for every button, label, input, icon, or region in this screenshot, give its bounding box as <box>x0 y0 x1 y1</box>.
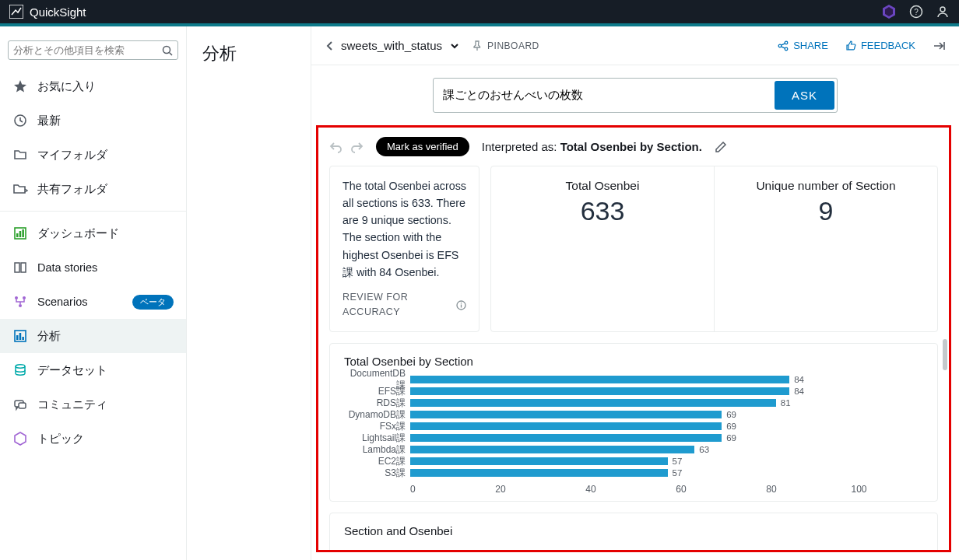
user-icon[interactable] <box>936 5 950 19</box>
topic-icon <box>12 431 28 446</box>
dropdown-icon[interactable] <box>450 43 459 49</box>
folder-icon <box>12 147 28 163</box>
main-panel: sweets_with_status PINBOARD SHARE FEEDBA… <box>311 26 959 560</box>
ask-button[interactable]: ASK <box>775 81 834 110</box>
sidebar-label: データセット <box>37 363 107 378</box>
beta-badge: ベータ <box>132 295 174 310</box>
star-icon <box>12 79 28 94</box>
x-axis: 020406080100 <box>344 484 923 495</box>
table-header: Osenbei Section <box>344 544 923 552</box>
breadcrumb[interactable]: sweets_with_status <box>325 39 459 52</box>
bar-value: 81 <box>781 398 791 408</box>
pinboard-button[interactable]: PINBOARD <box>472 40 539 51</box>
folder-share-icon <box>12 181 28 197</box>
sidebar-item-myfolder[interactable]: マイフォルダ <box>0 138 186 172</box>
bar-value: 69 <box>726 433 736 443</box>
ask-input[interactable] <box>434 81 772 110</box>
svg-rect-20 <box>22 337 24 340</box>
main-toolbar: sweets_with_status PINBOARD SHARE FEEDBA… <box>311 26 959 65</box>
edit-icon[interactable] <box>715 141 727 153</box>
feedback-label: FEEDBACK <box>861 40 915 51</box>
dashboard-icon <box>12 226 28 241</box>
q-badge-icon[interactable] <box>881 4 897 19</box>
sidebar-item-topic[interactable]: トピック <box>0 422 186 456</box>
share-label: SHARE <box>793 40 828 51</box>
scrollbar-thumb[interactable] <box>943 339 947 370</box>
share-icon <box>778 40 789 51</box>
bar-value: 57 <box>673 457 683 466</box>
svg-point-27 <box>778 44 782 47</box>
bar-value: 84 <box>794 375 804 384</box>
axis-tick: 20 <box>416 484 506 495</box>
bar-track: 69 <box>410 433 923 443</box>
feedback-button[interactable]: FEEDBACK <box>845 40 915 51</box>
svg-text:?: ? <box>914 8 919 16</box>
bar-row: EC2課57 <box>344 456 923 467</box>
redo-icon[interactable] <box>350 141 364 153</box>
svg-rect-13 <box>22 229 24 237</box>
svg-point-32 <box>461 303 462 304</box>
search-input[interactable] <box>13 44 162 56</box>
bar-track: 69 <box>410 410 923 419</box>
search-icon <box>162 45 173 56</box>
sidebar-item-favorites[interactable]: お気に入り <box>0 69 186 103</box>
svg-point-26 <box>785 41 788 44</box>
mark-verified-button[interactable]: Mark as verified <box>376 137 469 156</box>
bar-value: 57 <box>673 468 683 478</box>
bar-row: Lambda課63 <box>344 444 923 456</box>
bar-track: 84 <box>410 387 923 396</box>
narrative-card: The total Osenbei across all sections is… <box>329 166 480 332</box>
bar-track: 81 <box>410 398 923 408</box>
svg-point-14 <box>15 296 18 299</box>
page-title: 分析 <box>202 42 295 65</box>
divider <box>0 211 186 212</box>
sidebar-item-dashboard[interactable]: ダッシュボード <box>0 216 186 250</box>
left-sidebar: お気に入り 最新 マイフォルダ 共有フォルダ ダッシュボード Data stor… <box>0 26 187 560</box>
bar-fill <box>410 422 722 430</box>
svg-rect-12 <box>19 231 22 237</box>
sidebar-label: Scenarios <box>37 296 87 308</box>
bar-track: 69 <box>410 422 923 431</box>
review-accuracy[interactable]: REVIEW FOR ACCURACY <box>342 290 466 320</box>
sidebar-item-datastories[interactable]: Data stories <box>0 250 186 285</box>
axis-tick: 100 <box>777 484 867 495</box>
bar-track: 63 <box>410 445 923 454</box>
result-region: Mark as verified Interpreted as: Total O… <box>316 125 951 552</box>
bar-fill <box>410 376 789 383</box>
pinboard-label: PINBOARD <box>487 40 539 51</box>
sidebar-item-analysis[interactable]: 分析 <box>0 319 186 353</box>
bar-row: S3課57 <box>344 467 923 479</box>
bar-track: 84 <box>410 375 923 384</box>
mid-column: 分析 <box>187 26 311 560</box>
table-card: Section and Osenbei Osenbei Section 29Do… <box>329 513 938 552</box>
undo-icon[interactable] <box>329 141 343 153</box>
svg-point-28 <box>785 47 788 51</box>
sidebar-item-community[interactable]: コミュニティ <box>0 387 186 422</box>
sidebar-label: ダッシュボード <box>37 226 119 241</box>
ask-row: ASK <box>311 65 959 125</box>
svg-marker-8 <box>14 80 26 93</box>
kpi-unique-section: Unique number of Section 9 <box>714 166 937 331</box>
expand-icon[interactable] <box>933 40 945 51</box>
book-icon <box>12 260 28 275</box>
sidebar-item-recent[interactable]: 最新 <box>0 103 186 138</box>
bar-fill <box>410 411 722 418</box>
sidebar-item-dataset[interactable]: データセット <box>0 353 186 387</box>
bar-row: RDS課81 <box>344 397 923 409</box>
bar-label: S3課 <box>344 467 410 480</box>
bar-row: FSx課69 <box>344 421 923 432</box>
search-box[interactable] <box>8 40 178 60</box>
app-name: QuickSight <box>30 5 86 19</box>
help-icon[interactable]: ? <box>909 5 923 19</box>
back-icon[interactable] <box>325 40 333 51</box>
share-button[interactable]: SHARE <box>778 40 828 51</box>
sidebar-item-sharedfolder[interactable]: 共有フォルダ <box>0 172 186 206</box>
col-osenbei: Osenbei <box>344 548 554 552</box>
logo[interactable]: QuickSight <box>9 5 86 19</box>
sidebar-item-scenarios[interactable]: Scenarios ベータ <box>0 285 186 319</box>
bar-fill <box>410 434 722 442</box>
svg-rect-11 <box>16 233 19 237</box>
bar-value: 69 <box>726 410 736 419</box>
bar-track: 57 <box>410 457 923 466</box>
svg-point-6 <box>163 46 170 53</box>
